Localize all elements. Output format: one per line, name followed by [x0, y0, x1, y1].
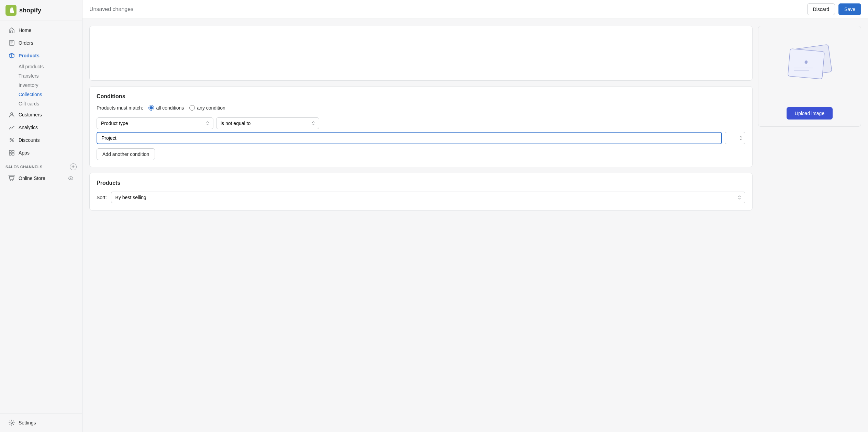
- products-icon: [8, 52, 15, 59]
- sidebar-item-apps[interactable]: Apps: [3, 147, 79, 159]
- svg-point-3: [10, 138, 11, 140]
- sidebar-item-orders[interactable]: Orders: [3, 37, 79, 49]
- home-icon: [8, 27, 15, 34]
- sidebar-item-gift-cards[interactable]: Gift cards: [16, 99, 79, 108]
- discounts-icon: [8, 137, 15, 144]
- condition-value-spinner[interactable]: [725, 132, 745, 144]
- condition-operator-select[interactable]: is equal to is not equal to starts with …: [216, 117, 319, 129]
- shopify-logo-text: shopify: [19, 7, 41, 14]
- svg-point-4: [12, 140, 13, 142]
- all-conditions-option[interactable]: all conditions: [148, 105, 184, 111]
- svg-point-13: [11, 422, 13, 424]
- svg-point-2: [11, 113, 13, 115]
- sidebar-item-discounts-label: Discounts: [19, 137, 40, 143]
- sidebar-item-analytics[interactable]: Analytics: [3, 121, 79, 134]
- sort-select[interactable]: By best selling By title: A-Z By title: …: [111, 192, 745, 203]
- sidebar-item-home-label: Home: [19, 27, 31, 33]
- discard-button[interactable]: Discard: [807, 3, 835, 15]
- products-subnav: All products Transfers Inventory Collect…: [0, 62, 82, 108]
- image-upload-card: Upload image: [758, 26, 861, 127]
- conditions-title: Conditions: [97, 93, 745, 100]
- sidebar-item-settings[interactable]: Settings: [3, 417, 79, 429]
- sidebar-settings: Settings: [0, 413, 82, 432]
- svg-rect-6: [12, 150, 14, 152]
- condition-value-input[interactable]: [97, 132, 722, 144]
- logo-area: shopify: [0, 0, 82, 21]
- online-store-label: Online Store: [19, 175, 64, 181]
- sidebar-item-apps-label: Apps: [19, 150, 30, 156]
- sidebar-item-online-store[interactable]: Online Store: [3, 172, 79, 184]
- analytics-icon: [8, 124, 15, 131]
- any-condition-option[interactable]: any condition: [189, 105, 225, 111]
- placeholder-illustration: [779, 40, 841, 95]
- sidebar-item-orders-label: Orders: [19, 40, 33, 46]
- all-conditions-label: all conditions: [156, 105, 184, 111]
- condition-row: Product type Product vendor Product tag …: [97, 117, 745, 129]
- add-sales-channel-button[interactable]: +: [70, 163, 77, 170]
- svg-point-16: [805, 61, 807, 63]
- any-condition-radio[interactable]: [189, 105, 195, 111]
- sort-label: Sort:: [97, 195, 107, 200]
- side-panel: Upload image: [758, 26, 861, 425]
- match-row: Products must match: all conditions any …: [97, 105, 745, 111]
- sidebar-item-customers-label: Customers: [19, 112, 42, 117]
- any-condition-label: any condition: [197, 105, 225, 111]
- main-column: Conditions Products must match: all cond…: [89, 26, 753, 425]
- topbar: Unsaved changes Discard Save: [82, 0, 868, 19]
- sidebar-item-products[interactable]: Products: [3, 49, 79, 62]
- content-area: Conditions Products must match: all cond…: [82, 19, 868, 432]
- sort-row: Sort: By best selling By title: A-Z By t…: [97, 192, 745, 203]
- orders-icon: [8, 39, 15, 46]
- sidebar: shopify Home Orders Pr: [0, 0, 82, 432]
- conditions-card: Conditions Products must match: all cond…: [89, 86, 753, 167]
- add-condition-button[interactable]: Add another condition: [97, 148, 155, 160]
- svg-rect-5: [9, 150, 11, 152]
- sidebar-item-inventory[interactable]: Inventory: [16, 81, 79, 90]
- customers-icon: [8, 111, 15, 118]
- online-store-icon: [8, 175, 15, 182]
- svg-point-12: [70, 178, 71, 179]
- sidebar-item-home[interactable]: Home: [3, 24, 79, 36]
- topbar-actions: Discard Save: [807, 3, 861, 15]
- page-status-title: Unsaved changes: [89, 6, 133, 12]
- upload-image-button[interactable]: Upload image: [787, 107, 833, 120]
- description-card: [89, 26, 753, 81]
- image-placeholder: [775, 33, 844, 102]
- products-section-title: Products: [97, 180, 745, 186]
- shopify-logo-icon: [5, 5, 16, 16]
- main-content: Unsaved changes Discard Save Conditions …: [82, 0, 868, 432]
- sidebar-item-transfers[interactable]: Transfers: [16, 71, 79, 80]
- eye-icon: [68, 175, 74, 181]
- svg-point-9: [10, 180, 11, 181]
- sidebar-item-collections[interactable]: Collections: [16, 90, 79, 99]
- sidebar-item-analytics-label: Analytics: [19, 125, 38, 130]
- match-label: Products must match:: [97, 105, 143, 111]
- save-button[interactable]: Save: [838, 3, 861, 15]
- svg-rect-7: [9, 153, 11, 155]
- condition-type-select[interactable]: Product type Product vendor Product tag …: [97, 117, 213, 129]
- apps-icon: [8, 149, 15, 156]
- sales-channels-section-label: SALES CHANNELS +: [0, 159, 82, 172]
- condition-value-row: [97, 132, 745, 144]
- sidebar-item-discounts[interactable]: Discounts: [3, 134, 79, 146]
- settings-icon: [8, 419, 15, 426]
- products-card: Products Sort: By best selling By title:…: [89, 173, 753, 211]
- svg-rect-8: [12, 153, 14, 155]
- sidebar-item-settings-label: Settings: [19, 420, 36, 425]
- sidebar-item-all-products[interactable]: All products: [16, 62, 79, 71]
- all-conditions-radio[interactable]: [148, 105, 154, 111]
- match-radio-group: all conditions any condition: [148, 105, 225, 111]
- sidebar-item-customers[interactable]: Customers: [3, 109, 79, 121]
- svg-point-10: [12, 180, 13, 181]
- sidebar-item-products-label: Products: [19, 53, 40, 58]
- sidebar-navigation: Home Orders Products All products Transf…: [0, 21, 82, 413]
